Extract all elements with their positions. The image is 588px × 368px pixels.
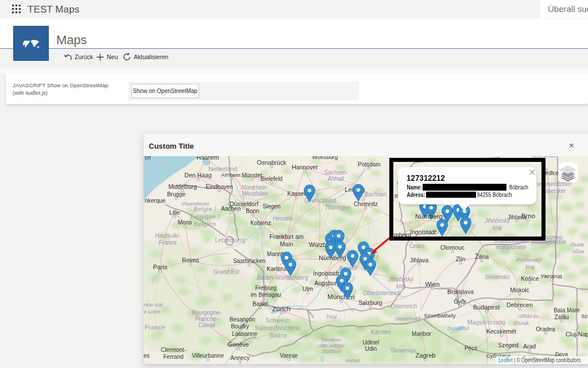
svg-text:Sachsen: Sachsen [365,191,387,197]
svg-text:Arnhem: Arnhem [221,172,240,178]
svg-text:Baia Mare: Baia Mare [554,307,580,313]
svg-text:Szeged: Szeged [498,342,519,348]
svg-text:Aachen: Aachen [221,206,241,212]
svg-text:Frankfurt am: Frankfurt am [269,233,304,240]
svg-text:lubelskie: lubelskie [543,188,566,194]
svg-text:Česko: Česko [409,242,424,249]
svg-text:Jihlava: Jihlava [508,214,527,220]
svg-text:Zlín: Zlín [456,256,466,262]
svg-text:Steiermark: Steiermark [394,315,421,321]
svg-text:Osnabrück: Osnabrück [257,159,287,166]
svg-text:Hauts-de-: Hauts-de- [155,233,181,239]
svg-text:France: France [158,239,177,246]
svg-text:Svizra: Svizra [269,332,287,339]
svg-text:Comté: Comté [198,322,215,328]
svg-text:Boudry: Boudry [231,323,249,330]
svg-text:Miskolc: Miskolc [510,287,529,293]
svg-text:Kecskemét: Kecskemét [486,328,516,335]
svg-text:Udine/: Udine/ [363,339,380,346]
svg-text:Ferrand: Ferrand [163,354,183,360]
svg-text:Szat: Szat [581,313,588,319]
svg-text:Genève: Genève [228,341,249,348]
svg-text:Vlaanderen: Vlaanderen [181,200,210,207]
svg-text:kraj: kraj [493,224,502,231]
svg-text:Salzburg: Salzburg [358,299,382,306]
svg-text:Münster: Münster [242,172,263,179]
svg-text:Zagreb: Zagreb [416,352,436,359]
svg-text:Ulm: Ulm [303,285,314,292]
svg-text:im Breisgau: im Breisgau [251,292,281,298]
svg-text:Kassel: Kassel [287,190,305,197]
svg-text:Debrecen: Debrecen [506,301,533,308]
svg-text:Siegen: Siegen [262,203,280,210]
svg-text:Nürnberg: Nürnberg [415,213,443,220]
svg-text:Wien: Wien [425,281,439,288]
svg-text:Koblenz: Koblenz [250,220,271,226]
svg-text:Nordrhein-: Nordrhein- [241,184,269,191]
svg-text:Észak: Észak [514,320,529,326]
svg-text:Hessen: Hessen [273,215,292,222]
svg-text:Zürich: Zürich [272,305,291,312]
svg-text:Oberösterreich: Oberösterreich [363,290,401,296]
svg-text:Böbrach: Böbrach [509,184,528,191]
svg-text:Košice: Košice [521,275,539,282]
svg-text:Haarlem: Haarlem [196,156,219,161]
svg-text:Alföld és: Alföld és [517,313,539,319]
svg-text:Freiburg: Freiburg [255,285,276,291]
svg-text:Sachsen-: Sachsen- [324,169,349,176]
svg-text:Pécs: Pécs [465,345,477,351]
svg-text:e Loire: e Loire [144,308,160,315]
svg-text:Zalău: Zalău [554,314,568,320]
svg-text:Brugge: Brugge [167,191,186,197]
svg-text:Name:: Name: [407,184,423,191]
svg-text:Jihočeský: Jihočeský [484,218,510,224]
svg-text:Annecy: Annecy [230,355,249,361]
svg-text:France: France [145,324,165,331]
svg-text:127312212: 127312212 [407,173,445,183]
svg-text:Main: Main [280,241,293,247]
svg-text:Potsdam: Potsdam [358,161,380,168]
svg-text:Prešovský: Prešovský [516,257,542,263]
svg-text:ch: ch [145,156,151,161]
svg-text:Slovenija: Slovenija [390,347,416,354]
svg-text:Lausanne: Lausanne [232,331,257,337]
svg-text:Ingolstadt: Ingolstadt [410,228,436,235]
svg-text:Maribor: Maribor [412,331,432,337]
svg-text:Belgien: Belgien [194,220,216,227]
svg-text:Tirol: Tirol [326,313,337,320]
svg-text:Kärnten: Kärnten [370,329,390,335]
svg-text:Basel: Basel [253,300,268,307]
svg-text:Bielefeld: Bielefeld [261,176,283,182]
svg-text:Villeurbanne: Villeurbanne [192,352,224,359]
svg-text:Arad: Arad [523,343,536,350]
svg-text:Magyarország: Magyarország [467,319,505,326]
svg-text:94255 Böbrach: 94255 Böbrach [477,191,512,198]
svg-text:Žilina: Žilina [475,253,489,260]
svg-text:Slovensko: Slovensko [485,273,510,280]
svg-text:Wolfsburg: Wolfsburg [312,156,338,160]
svg-text:Jihočeský: Jihočeský [388,276,414,282]
svg-text:małopolskie: małopolskie [496,244,527,250]
svg-text:Besançon: Besançon [230,316,255,323]
svg-text:Hannover: Hannover [292,164,318,171]
svg-text:Österreich: Österreich [390,303,417,309]
svg-text:Baden-Württemberg: Baden-Württemberg [257,274,308,281]
svg-text:Grand Est: Grand Est [213,269,239,275]
svg-text:Reims: Reims [182,257,199,264]
svg-text:Budapest: Budapest [473,304,500,311]
svg-text:Clermont-: Clermont- [161,347,186,353]
svg-text:kraj: kraj [396,283,406,289]
svg-text:Varese: Varese [280,352,298,359]
svg-text:Udin: Udin [365,346,377,352]
svg-text:обла: обла [572,248,584,254]
svg-text:Győr: Győr [454,299,466,305]
svg-text:Paris: Paris [153,264,168,270]
svg-text:Bratislava: Bratislava [447,288,474,295]
svg-text:Szombathely: Szombathely [424,312,456,319]
svg-text:Middelburg: Middelburg [168,184,196,190]
svg-text:Anhalt: Anhalt [327,176,345,182]
svg-text:Südtirol: Südtirol [322,348,341,354]
svg-text:nkerque: nkerque [145,197,166,204]
svg-text:Thüringen: Thüringen [324,204,350,211]
svg-text:es: es [144,352,150,359]
